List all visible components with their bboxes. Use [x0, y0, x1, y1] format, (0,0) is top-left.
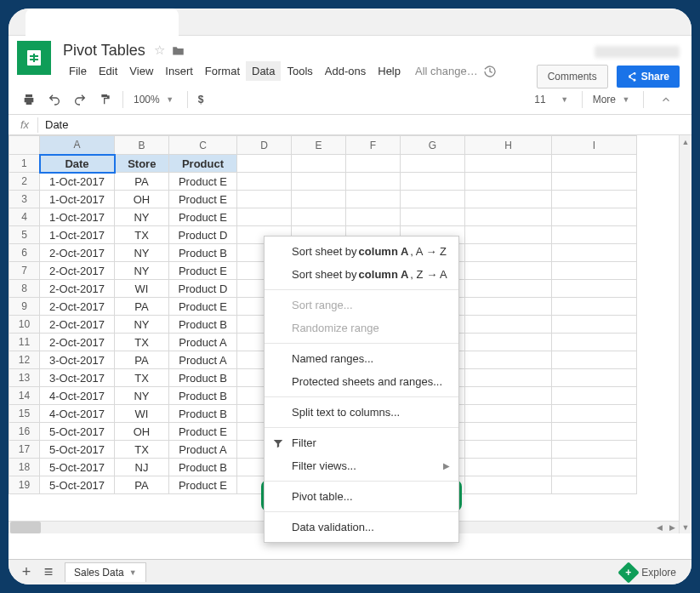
cell[interactable]: Product A: [169, 334, 237, 351]
cell[interactable]: TX: [115, 226, 169, 244]
cell[interactable]: [552, 173, 637, 191]
cell[interactable]: [292, 155, 346, 173]
cell[interactable]: [465, 316, 552, 334]
cell[interactable]: [552, 208, 637, 226]
cell[interactable]: [465, 226, 552, 244]
cell[interactable]: [465, 191, 552, 208]
scroll-up-icon[interactable]: ▲: [680, 135, 691, 148]
cell[interactable]: Product D: [169, 226, 237, 244]
cell[interactable]: [552, 423, 637, 441]
cell[interactable]: [552, 298, 637, 316]
cell[interactable]: [552, 155, 637, 173]
cell[interactable]: [552, 405, 637, 423]
menu-help[interactable]: Help: [372, 61, 407, 81]
col-header-g[interactable]: G: [401, 136, 465, 155]
table-row[interactable]: 21-Oct-2017PAProduct E: [9, 173, 637, 191]
cell[interactable]: Product E: [169, 173, 237, 191]
cell[interactable]: Product D: [169, 280, 237, 298]
cell[interactable]: 5-Oct-2017: [40, 441, 115, 459]
cell[interactable]: [465, 298, 552, 316]
menu-sort-az[interactable]: Sort sheet by column A, A → Z: [265, 240, 458, 263]
cell[interactable]: [465, 405, 552, 423]
row-header[interactable]: 6: [9, 244, 40, 262]
cell[interactable]: Date: [40, 155, 115, 173]
cell[interactable]: [465, 173, 552, 191]
changes-saved[interactable]: All change…: [415, 65, 478, 77]
undo-icon[interactable]: [43, 88, 66, 111]
cell[interactable]: 1-Oct-2017: [40, 191, 115, 208]
row-header[interactable]: 8: [9, 280, 40, 298]
cell[interactable]: [552, 459, 637, 476]
cell[interactable]: PA: [115, 173, 169, 191]
row-header[interactable]: 3: [9, 191, 40, 208]
cell[interactable]: [465, 155, 552, 173]
comments-button[interactable]: Comments: [537, 65, 608, 88]
redo-icon[interactable]: [68, 88, 92, 111]
col-header-f[interactable]: F: [346, 136, 401, 155]
row-header[interactable]: 2: [9, 173, 40, 191]
cell[interactable]: Product E: [169, 191, 237, 208]
cell[interactable]: [465, 334, 552, 351]
cell[interactable]: [552, 280, 637, 298]
cell[interactable]: Product A: [169, 351, 237, 369]
table-row[interactable]: 31-Oct-2017OHProduct E: [9, 191, 637, 208]
cell[interactable]: [237, 173, 292, 191]
formula-input[interactable]: Date: [38, 118, 68, 131]
cell[interactable]: [552, 387, 637, 405]
menu-data[interactable]: Data: [246, 61, 281, 81]
cell[interactable]: [401, 191, 465, 208]
cell[interactable]: [465, 351, 552, 369]
cell[interactable]: NY: [115, 262, 169, 280]
row-header[interactable]: 14: [9, 387, 40, 405]
cell[interactable]: [552, 316, 637, 334]
zoom-select[interactable]: 100%▼: [128, 88, 182, 111]
cell[interactable]: OH: [115, 191, 169, 208]
menu-addons[interactable]: Add-ons: [319, 61, 372, 81]
menu-sort-za[interactable]: Sort sheet by column A, Z → A: [265, 263, 458, 286]
account-email[interactable]: [595, 46, 680, 58]
cell[interactable]: Product A: [169, 441, 237, 459]
cell[interactable]: NY: [115, 387, 169, 405]
print-icon[interactable]: [17, 88, 41, 111]
cell[interactable]: [465, 244, 552, 262]
font-size-select[interactable]: 11▼: [529, 88, 576, 111]
menu-split-text[interactable]: Split text to columns...: [265, 401, 458, 424]
row-header[interactable]: 1: [9, 155, 40, 173]
col-header-a[interactable]: A: [40, 136, 115, 155]
cell[interactable]: Store: [115, 155, 169, 173]
cell[interactable]: [552, 441, 637, 459]
cell[interactable]: OH: [115, 423, 169, 441]
sheet-tab-sales-data[interactable]: Sales Data ▼: [65, 562, 146, 582]
cell[interactable]: Product E: [169, 423, 237, 441]
cell[interactable]: [465, 423, 552, 441]
cell[interactable]: [237, 155, 292, 173]
cell[interactable]: 1-Oct-2017: [40, 173, 115, 191]
row-header[interactable]: 10: [9, 316, 40, 334]
add-sheet-button[interactable]: +: [15, 562, 37, 584]
col-header-i[interactable]: I: [552, 136, 637, 155]
vertical-scrollbar[interactable]: ▲ ▼: [679, 135, 691, 533]
cell[interactable]: [552, 334, 637, 351]
table-row[interactable]: 41-Oct-2017NYProduct E: [9, 208, 637, 226]
cell[interactable]: 4-Oct-2017: [40, 405, 115, 423]
select-all-cell[interactable]: [9, 136, 40, 155]
cell[interactable]: NY: [115, 208, 169, 226]
cell[interactable]: [465, 476, 552, 494]
menu-view[interactable]: View: [123, 61, 159, 81]
cell[interactable]: [292, 208, 346, 226]
menu-protected[interactable]: Protected sheets and ranges...: [265, 370, 458, 393]
col-header-c[interactable]: C: [169, 136, 237, 155]
col-header-e[interactable]: E: [292, 136, 346, 155]
cell[interactable]: 1-Oct-2017: [40, 226, 115, 244]
cell[interactable]: [465, 280, 552, 298]
row-header[interactable]: 15: [9, 405, 40, 423]
cell[interactable]: Product E: [169, 298, 237, 316]
menu-named-ranges[interactable]: Named ranges...: [265, 347, 458, 370]
cell[interactable]: [401, 155, 465, 173]
cell[interactable]: [237, 191, 292, 208]
cell[interactable]: Product B: [169, 316, 237, 334]
cell[interactable]: [465, 387, 552, 405]
row-header[interactable]: 17: [9, 441, 40, 459]
col-header-d[interactable]: D: [237, 136, 292, 155]
menu-insert[interactable]: Insert: [159, 61, 199, 81]
